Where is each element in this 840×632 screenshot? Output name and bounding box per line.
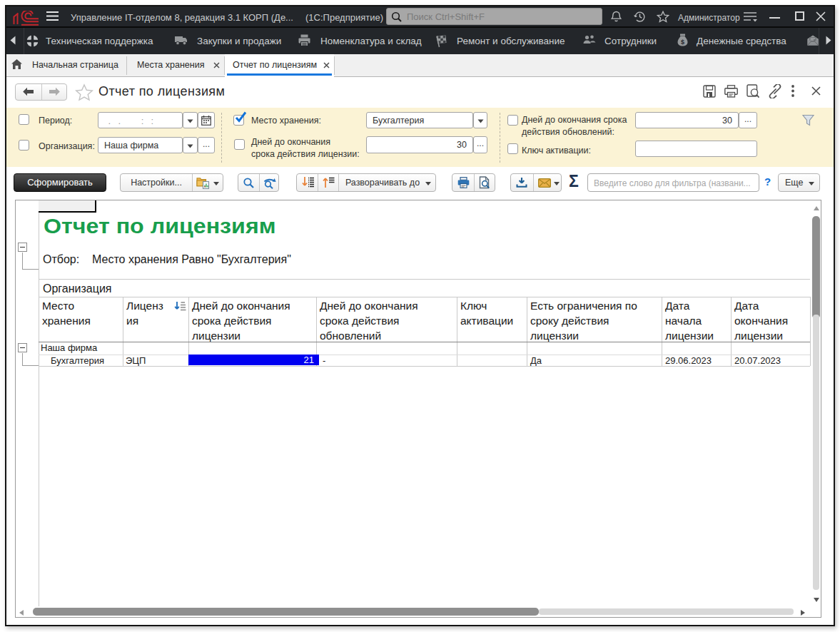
svg-text:$: $	[681, 39, 684, 46]
